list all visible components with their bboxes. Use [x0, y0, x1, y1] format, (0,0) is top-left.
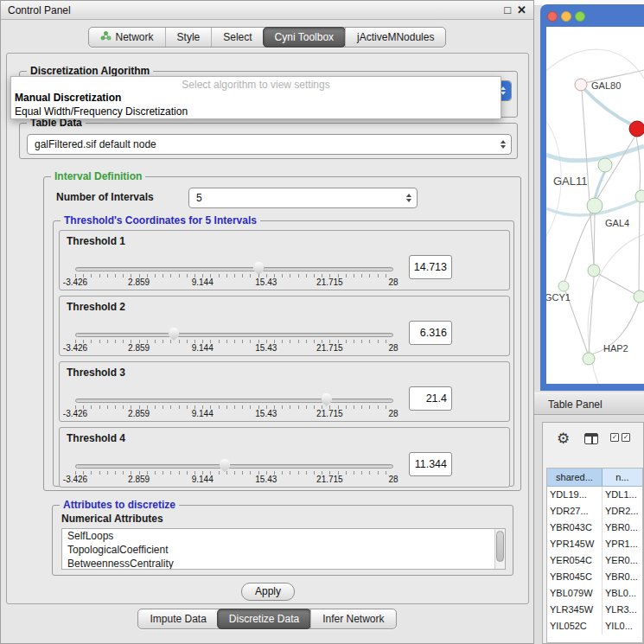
combobox-stepper[interactable]	[501, 140, 506, 149]
cell[interactable]: YLR345W	[547, 602, 603, 618]
node-label: GAL11	[553, 175, 588, 188]
attributes-group: Attributes to discretize Numerical Attri…	[52, 505, 513, 576]
number-of-intervals-value: 5	[196, 188, 202, 207]
slider-ticks	[75, 471, 393, 475]
list-item[interactable]: TopologicalCoefficient	[62, 543, 505, 557]
table-row[interactable]: YLR345WYLR3...	[547, 602, 642, 618]
discretization-algorithm-group-label: Discretization Algorithm	[27, 65, 153, 77]
zoom-traffic-light[interactable]	[575, 11, 585, 22]
table-row[interactable]: YIL052CYIL0...	[547, 618, 642, 634]
table-data-combobox[interactable]: galFiltered.sif default node	[27, 134, 512, 155]
attributes-scrollbar[interactable]	[494, 529, 505, 569]
table-row[interactable]: YBR043CYBR0...	[547, 520, 642, 536]
close-traffic-light[interactable]	[547, 11, 558, 22]
cell[interactable]: YBR045C	[547, 569, 603, 585]
scale-label: 9.144	[192, 475, 214, 484]
threshold-3-slider[interactable]: -3.426 2.859 9.144 15.43 21.715 28	[75, 393, 393, 421]
tab-network[interactable]: Network	[89, 28, 165, 47]
tab-jactivemnodules-label: jActiveMNodules	[357, 28, 434, 47]
minimize-traffic-light[interactable]	[561, 11, 571, 22]
slider-track[interactable]	[75, 399, 393, 403]
numerical-attributes-list: SelfLoops TopologicalCoefficient Between…	[61, 528, 506, 570]
tab-style-label: Style	[177, 28, 201, 47]
threshold-2-slider[interactable]: -3.426 2.859 9.144 15.43 21.715 28	[75, 328, 393, 355]
cell[interactable]: YBR043C	[547, 520, 603, 536]
slider-ticks	[75, 405, 393, 409]
slider-track[interactable]	[75, 464, 393, 469]
list-item[interactable]: SelfLoops	[62, 529, 505, 543]
cell[interactable]: YPR145W	[547, 536, 603, 552]
checkbox-icon[interactable]: ✓	[610, 433, 619, 442]
gear-icon[interactable]: ⚙	[557, 430, 570, 448]
algorithm-placeholder-item[interactable]: Select algorithm to view settings	[11, 77, 501, 91]
close-icon[interactable]: ✕	[517, 3, 526, 16]
algorithm-option-manual[interactable]: Manual Discretization	[11, 91, 501, 105]
scale-label: 21.715	[316, 475, 343, 484]
tab-infer-network[interactable]: Infer Network	[310, 609, 395, 628]
tab-style[interactable]: Style	[165, 28, 212, 47]
apply-button[interactable]: Apply	[241, 583, 295, 601]
cell[interactable]: YBL0...	[603, 585, 642, 602]
table-row[interactable]: YBL079WYBL0...	[547, 585, 642, 602]
threshold-4-slider[interactable]: -3.426 2.859 9.144 15.43 21.715 28	[75, 459, 393, 487]
numerical-attributes-label: Numerical Attributes	[61, 513, 163, 525]
network-canvas[interactable]: GAL80 GAL11 GAL4 GCY1 HAP2	[546, 27, 644, 384]
cell[interactable]: YIL0...	[603, 618, 642, 634]
table-row[interactable]: YDR27...YDR2...	[547, 503, 642, 520]
tab-network-label: Network	[116, 28, 154, 47]
cell[interactable]: YBR0...	[603, 520, 642, 536]
cell[interactable]: YDR27...	[547, 503, 603, 520]
bottom-tab-bar: Impute Data Discretize Data Infer Networ…	[1, 609, 533, 629]
cell[interactable]: YER0...	[603, 552, 642, 569]
tab-impute-data[interactable]: Impute Data	[138, 609, 217, 628]
threshold-3-value-field[interactable]	[409, 386, 452, 411]
column-header-shared[interactable]: shared...	[547, 469, 603, 487]
cell[interactable]: YPR1...	[603, 536, 642, 552]
network-node	[598, 158, 612, 172]
threshold-3-label: Threshold 3	[67, 367, 125, 379]
columns-icon[interactable]	[584, 433, 598, 444]
scale-label: 15.43	[255, 475, 277, 484]
threshold-2-group: Threshold 2 -3.426 2.859 9.144 15.43 21.…	[59, 296, 510, 356]
algorithm-option-equal-width[interactable]: Equal Width/Frequency Discretization	[11, 105, 501, 118]
cell[interactable]: YDL1...	[603, 487, 642, 503]
threshold-1-slider[interactable]: -3.426 2.859 9.144 15.43 21.715 28	[75, 262, 393, 290]
table-row[interactable]: YER054CYER0...	[547, 552, 642, 569]
cell[interactable]: YLR3...	[603, 602, 642, 618]
slider-track[interactable]	[75, 267, 393, 271]
table-panel-inner: ⚙ ✓ ✓ shared... n... YDL19...YDL1... YDR…	[542, 422, 644, 644]
scale-label: 28	[388, 475, 398, 484]
column-header-n[interactable]: n...	[603, 469, 642, 487]
table-row[interactable]: YDL19...YDL1...	[547, 487, 642, 503]
cell[interactable]: YBR0...	[603, 569, 642, 585]
cell[interactable]: YER054C	[547, 552, 603, 569]
slider-thumb[interactable]	[253, 262, 265, 275]
tab-select[interactable]: Select	[211, 28, 263, 47]
table-row[interactable]: YBR045CYBR0...	[547, 569, 642, 585]
combobox-stepper[interactable]	[406, 194, 411, 202]
threshold-4-value-field[interactable]	[409, 452, 452, 476]
threshold-1-value-field[interactable]	[409, 255, 452, 279]
list-item[interactable]: BetweennessCentrality	[62, 557, 505, 570]
table-row[interactable]: YPR145WYPR1...	[547, 536, 642, 552]
float-window-icon[interactable]: □	[504, 3, 511, 16]
node-table: shared... n... YDL19...YDL1... YDR27...Y…	[546, 468, 643, 643]
tab-cyni-toolbox[interactable]: Cyni Toolbox	[263, 27, 346, 48]
slider-track[interactable]	[75, 333, 393, 337]
slider-thumb[interactable]	[169, 328, 180, 341]
checkbox-icon[interactable]: ✓	[622, 433, 630, 442]
cell[interactable]: YDR2...	[603, 503, 642, 520]
number-of-intervals-combobox[interactable]: 5	[188, 188, 418, 208]
cell[interactable]: YIL052C	[547, 618, 603, 634]
threshold-2-value-field[interactable]	[409, 321, 452, 345]
slider-thumb[interactable]	[219, 459, 230, 472]
scale-label: 9.144	[192, 277, 214, 287]
slider-thumb[interactable]	[321, 393, 332, 406]
tab-discretize-data[interactable]: Discretize Data	[217, 609, 311, 629]
cell[interactable]: YBL079W	[547, 585, 603, 602]
tab-select-label: Select	[223, 28, 252, 47]
tab-jactivemnodules[interactable]: jActiveMNodules	[345, 28, 445, 47]
cell[interactable]: YDL19...	[547, 487, 603, 503]
scrollbar-thumb[interactable]	[496, 531, 504, 562]
network-node	[588, 265, 600, 277]
